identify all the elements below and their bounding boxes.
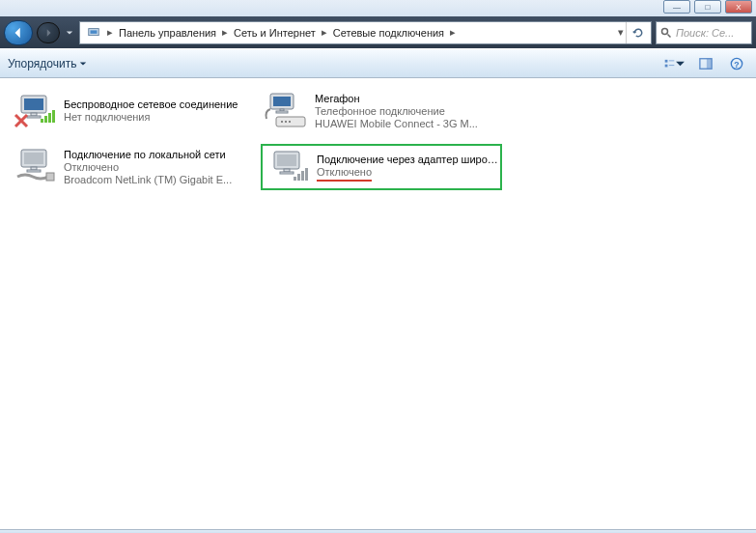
svg-rect-17 xyxy=(48,113,51,123)
connection-item-ethernet[interactable]: Подключение по локальной сети Отключено … xyxy=(10,144,251,190)
organize-menu[interactable]: Упорядочить xyxy=(8,57,87,70)
breadcrumb-network-internet[interactable]: Сеть и Интернет xyxy=(230,22,320,43)
arrow-left-icon xyxy=(12,26,25,40)
svg-point-24 xyxy=(281,121,283,123)
connection-title: Подключение через адаптер широкополосной… xyxy=(317,154,498,166)
connection-status: Отключено xyxy=(64,161,249,174)
preview-pane-icon xyxy=(699,57,713,70)
connection-status: Нет подключения xyxy=(64,111,249,124)
svg-rect-22 xyxy=(276,111,288,113)
svg-rect-33 xyxy=(277,154,296,166)
svg-point-2 xyxy=(662,28,668,34)
mobile-broadband-icon xyxy=(265,148,311,186)
svg-point-25 xyxy=(285,121,287,123)
minimize-button[interactable]: — xyxy=(663,0,690,14)
connection-title: Беспроводное сетевое соединение xyxy=(64,98,249,111)
connection-device: Broadcom NetLink (TM) Gigabit E... xyxy=(64,174,249,186)
search-placeholder: Поиск: Се... xyxy=(676,27,734,39)
breadcrumb-network-connections[interactable]: Сетевые подключения xyxy=(329,22,448,43)
svg-rect-12 xyxy=(24,98,43,110)
connection-item-wireless[interactable]: Беспроводное сетевое соединение Нет подк… xyxy=(10,88,251,134)
breadcrumb-separator: ▸ xyxy=(320,26,329,39)
address-bar[interactable]: ▸ Панель управления ▸ Сеть и Интернет ▸ … xyxy=(79,21,652,44)
svg-rect-1 xyxy=(91,30,98,34)
svg-rect-5 xyxy=(669,60,675,61)
svg-rect-18 xyxy=(52,110,55,123)
svg-rect-4 xyxy=(665,64,668,67)
svg-rect-30 xyxy=(27,170,41,172)
svg-rect-16 xyxy=(44,116,47,123)
svg-point-26 xyxy=(289,121,291,123)
titlebar: — □ X xyxy=(0,0,756,16)
breadcrumb-separator: ▸ xyxy=(105,26,115,39)
breadcrumb-separator: ▸ xyxy=(448,26,458,39)
svg-rect-36 xyxy=(294,177,296,181)
svg-rect-38 xyxy=(301,171,304,181)
connection-title: Подключение по локальной сети xyxy=(64,149,249,161)
svg-rect-35 xyxy=(280,172,294,174)
refresh-icon xyxy=(632,27,644,39)
help-button[interactable]: ? xyxy=(725,52,748,75)
connection-status: Телефонное подключение xyxy=(315,105,500,118)
svg-text:?: ? xyxy=(734,59,739,69)
view-icon xyxy=(664,57,675,70)
connection-item-megafon[interactable]: Мегафон Телефонное подключение HUAWEI Mo… xyxy=(261,88,502,134)
chevron-down-icon xyxy=(66,29,73,37)
ethernet-off-icon xyxy=(12,148,58,186)
svg-rect-31 xyxy=(46,173,54,181)
breadcrumb-control-panel[interactable]: Панель управления xyxy=(115,22,220,43)
address-dropdown[interactable]: ▾ xyxy=(616,26,626,39)
svg-rect-37 xyxy=(297,174,300,181)
connection-item-mobile-broadband[interactable]: Подключение через адаптер широкополосной… xyxy=(261,144,502,190)
svg-rect-6 xyxy=(669,65,675,66)
svg-rect-14 xyxy=(27,116,41,118)
toolbar: Упорядочить ? xyxy=(0,48,756,78)
svg-rect-8 xyxy=(707,58,712,69)
svg-rect-28 xyxy=(24,153,43,164)
svg-rect-20 xyxy=(273,97,291,106)
chevron-down-icon xyxy=(675,57,686,70)
wifi-disabled-icon xyxy=(12,92,58,130)
forward-button xyxy=(37,22,60,43)
search-input[interactable]: Поиск: Се... xyxy=(656,21,752,44)
dialup-icon xyxy=(263,92,309,130)
help-icon: ? xyxy=(730,57,743,70)
chevron-down-icon xyxy=(79,60,87,68)
maximize-button[interactable]: □ xyxy=(694,0,721,14)
svg-rect-3 xyxy=(665,59,668,62)
svg-rect-39 xyxy=(305,168,308,181)
connections-pane: Беспроводное сетевое соединение Нет подк… xyxy=(0,78,756,529)
svg-rect-15 xyxy=(41,119,43,123)
connection-status: Отключено xyxy=(317,166,498,182)
connection-title: Мегафон xyxy=(315,93,500,105)
preview-pane-button[interactable] xyxy=(694,52,717,75)
search-icon xyxy=(660,27,672,39)
connection-device: HUAWEI Mobile Connect - 3G M... xyxy=(315,118,500,130)
status-bar xyxy=(0,529,756,533)
back-button[interactable] xyxy=(4,20,33,45)
navigation-bar: ▸ Панель управления ▸ Сеть и Интернет ▸ … xyxy=(0,16,756,48)
refresh-button[interactable] xyxy=(626,22,649,43)
organize-label: Упорядочить xyxy=(8,57,76,70)
breadcrumb-separator: ▸ xyxy=(220,26,230,39)
history-dropdown[interactable] xyxy=(64,29,75,37)
close-button[interactable]: X xyxy=(725,0,752,14)
network-folder-icon xyxy=(86,25,101,41)
view-options-button[interactable] xyxy=(663,52,686,75)
arrow-right-icon xyxy=(43,28,53,38)
